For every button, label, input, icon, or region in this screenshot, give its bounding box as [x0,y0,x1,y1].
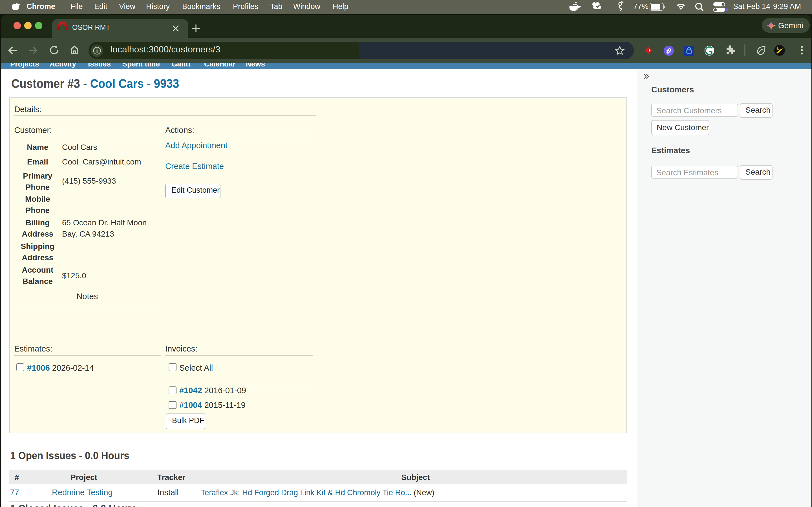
svg-text:B: B [776,47,778,50]
